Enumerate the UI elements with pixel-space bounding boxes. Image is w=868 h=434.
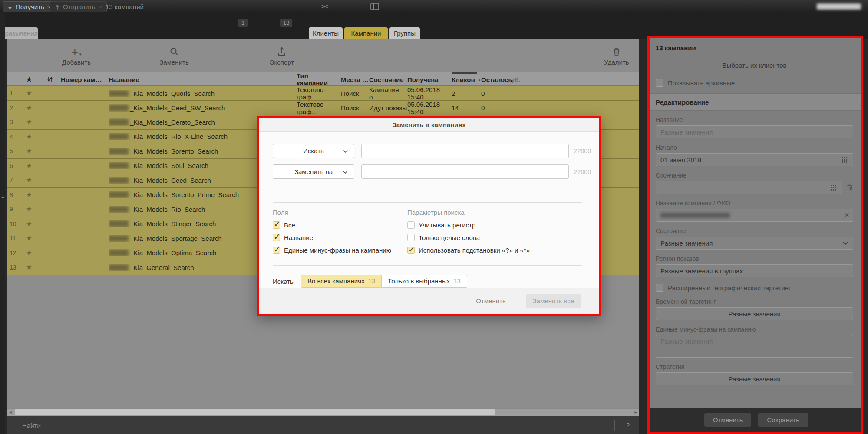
- calendar-icon[interactable]: [830, 184, 838, 191]
- replace-text-input[interactable]: [361, 164, 569, 179]
- name-prefix-blurred: [109, 177, 129, 184]
- start-date-input[interactable]: 01 июня 2018: [656, 153, 853, 166]
- checkbox-icon: ✓: [273, 234, 280, 241]
- collapse-panels-icon[interactable]: ><: [321, 3, 327, 10]
- replace-all-button[interactable]: Заменить все: [526, 294, 581, 308]
- tab-strip: 1 13 Клиенты Кампании Группы Объявления …: [0, 13, 868, 39]
- sort-indicator-bar: [452, 72, 477, 74]
- clear-icon[interactable]: ×: [844, 210, 849, 220]
- star-icon[interactable]: ★: [19, 220, 39, 228]
- star-icon[interactable]: ★: [19, 191, 39, 199]
- end-date-label: Окончание: [656, 172, 853, 179]
- select-clients-button[interactable]: Выбрать их клиентов: [656, 59, 853, 72]
- tab[interactable]: Группы: [389, 27, 420, 39]
- film-strip-icon[interactable]: [370, 2, 380, 11]
- star-icon[interactable]: ★: [19, 205, 39, 213]
- campaign-remaining: 0: [481, 104, 507, 112]
- send-button[interactable]: Отправить: [50, 1, 107, 12]
- column-header-received[interactable]: Получена: [407, 76, 452, 83]
- sidebar-cancel-button[interactable]: Отменить: [704, 413, 752, 427]
- left-collapse-rail: ◂▸: [0, 13, 5, 434]
- sidebar-title: 13 кампаний: [656, 44, 853, 52]
- column-header-remaining[interactable]: Осталось: [481, 76, 507, 83]
- star-column-header[interactable]: ★: [19, 76, 39, 83]
- scrollbar-thumb[interactable]: [15, 409, 495, 415]
- star-icon[interactable]: ★: [19, 89, 39, 97]
- minus-phrases-textarea[interactable]: Разные значения: [656, 335, 853, 358]
- campaign-row[interactable]: 1 ★ _Kia_Models_Quoris_Search Текстово-г…: [7, 86, 639, 101]
- add-button-label: Добавить: [62, 59, 91, 66]
- star-icon[interactable]: ★: [19, 234, 39, 242]
- time-targeting-button[interactable]: Разные значения: [656, 307, 853, 320]
- campaign-number-blurred: [61, 220, 109, 227]
- field-checkbox[interactable]: ✓ Единые минус-фразы на кампанию: [273, 246, 403, 254]
- param-checkbox[interactable]: ✓ Учитывать регистр: [407, 221, 551, 229]
- help-icon[interactable]: ?: [626, 421, 630, 429]
- field-name-label: Название: [656, 116, 853, 123]
- star-icon[interactable]: ★: [19, 162, 39, 170]
- campaign-received: 05.06.2018 15:40: [407, 86, 452, 101]
- get-button[interactable]: Получить: [3, 1, 56, 12]
- region-input[interactable]: Разные значения в группах: [656, 264, 853, 277]
- replace-mode-select[interactable]: Заменить на: [273, 164, 354, 179]
- scroll-left-icon[interactable]: ◂: [7, 409, 14, 416]
- editing-section-header: Редактирование: [650, 93, 861, 111]
- horizontal-scrollbar[interactable]: ◂ ▸: [7, 408, 639, 416]
- campaign-number-blurred: [61, 162, 109, 169]
- name-input[interactable]: Разные значения: [656, 125, 853, 138]
- show-archived-checkbox[interactable]: Показывать архивные: [656, 79, 853, 87]
- replace-char-counter: 22000: [574, 168, 591, 175]
- export-button[interactable]: Экспорт: [258, 45, 306, 66]
- name-prefix-blurred: [109, 162, 129, 169]
- star-icon[interactable]: ★: [19, 133, 39, 141]
- row-number: 13: [7, 264, 19, 271]
- column-header-places[interactable]: Места …: [341, 76, 369, 83]
- star-icon[interactable]: ★: [19, 249, 39, 257]
- column-header-currency[interactable]: руб.: [507, 76, 525, 83]
- search-input[interactable]: [16, 420, 614, 431]
- row-number: 6: [7, 162, 19, 169]
- column-header-name[interactable]: Название: [109, 76, 297, 83]
- column-header-number[interactable]: Номер кам…: [61, 76, 109, 83]
- star-icon[interactable]: ★: [19, 176, 39, 184]
- checkbox-unchecked-icon: [656, 79, 663, 87]
- replace-button[interactable]: Заменить: [150, 45, 198, 66]
- row-number: 7: [7, 177, 19, 184]
- delete-button[interactable]: Удалить: [601, 45, 632, 66]
- geo-targeting-checkbox[interactable]: Расширенный географический таргетинг: [656, 284, 853, 292]
- campaign-status: Идут показы: [369, 104, 407, 112]
- field-checkbox[interactable]: ✓ Все: [273, 221, 403, 229]
- star-icon[interactable]: ★: [19, 104, 39, 112]
- scroll-right-icon[interactable]: ▸: [632, 409, 639, 416]
- calendar-icon[interactable]: [841, 156, 849, 164]
- param-checkbox[interactable]: ✓ Только целые слова: [407, 233, 551, 241]
- state-select[interactable]: Разные значения: [656, 237, 853, 250]
- tab-label: Кампании: [351, 30, 381, 37]
- column-header-type[interactable]: Тип кампании: [297, 72, 341, 87]
- modal-cancel-button[interactable]: Отменить: [476, 297, 506, 305]
- sidebar-save-button[interactable]: Сохранить: [758, 413, 808, 427]
- clear-date-trash-icon[interactable]: [846, 184, 853, 192]
- star-icon[interactable]: ★: [19, 147, 39, 155]
- strategy-select[interactable]: Разные значения: [656, 372, 853, 385]
- campaign-places: Поиск: [341, 104, 369, 112]
- param-checkbox[interactable]: ✓ Использовать подстановки «?» и «*»: [407, 246, 551, 254]
- sync-status-column-header[interactable]: [39, 76, 61, 83]
- star-icon[interactable]: ★: [19, 263, 39, 271]
- column-header-clicks-sorted[interactable]: Кликов▲: [452, 76, 481, 83]
- end-date-input[interactable]: [656, 181, 842, 194]
- panel-resize-handle-icon[interactable]: ◂▸: [0, 195, 5, 199]
- star-icon[interactable]: ★: [19, 118, 39, 126]
- add-button[interactable]: +▾ Добавить: [53, 45, 100, 66]
- field-checkbox[interactable]: ✓ Название: [273, 233, 403, 241]
- scope-option-button[interactable]: Только в выбранных13: [382, 275, 467, 288]
- search-text-input[interactable]: [361, 144, 569, 158]
- campaign-row[interactable]: 2 ★ _Kia_Models_Ceed_SW_Search Текстово-…: [7, 101, 639, 115]
- column-header-status[interactable]: Состояние: [369, 76, 407, 83]
- company-input[interactable]: ×: [656, 209, 853, 222]
- scope-option-button[interactable]: Во всех кампаниях13: [301, 275, 382, 288]
- user-account-blurred[interactable]: [817, 3, 861, 10]
- tab[interactable]: Кампании: [344, 27, 388, 39]
- search-mode-select[interactable]: Искать: [273, 144, 354, 158]
- tab[interactable]: Клиенты: [309, 27, 343, 39]
